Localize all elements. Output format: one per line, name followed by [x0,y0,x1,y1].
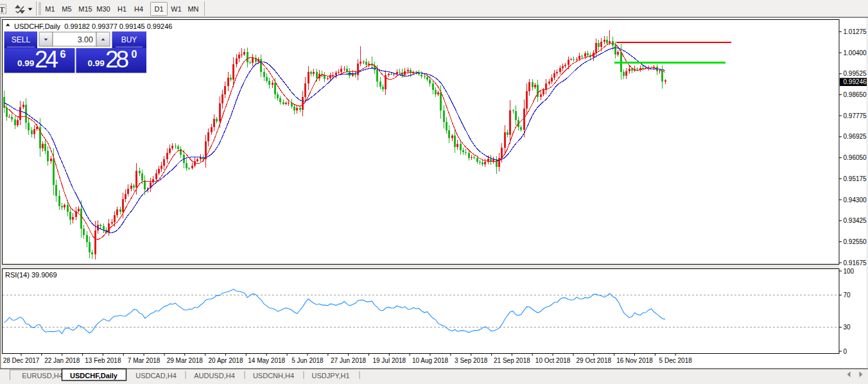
svg-text:T: T [0,4,5,14]
svg-text:0.96050: 0.96050 [844,154,867,161]
svg-text:3 Sep 2018: 3 Sep 2018 [455,357,488,364]
svg-text:3.00: 3.00 [78,35,93,44]
svg-text:0.93425: 0.93425 [844,217,867,224]
svg-text:EURUSD,H4: EURUSD,H4 [22,372,63,380]
svg-text:0.92550: 0.92550 [844,238,867,245]
svg-text:0.91675: 0.91675 [844,259,867,266]
svg-text:0.94300: 0.94300 [844,196,867,204]
svg-text:14 May 2018: 14 May 2018 [248,357,285,364]
svg-text:20 Apr 2018: 20 Apr 2018 [209,357,243,364]
svg-text:H1: H1 [117,5,126,13]
svg-text:10 Oct 2018: 10 Oct 2018 [535,357,571,364]
svg-text:0.99246: 0.99246 [844,78,867,85]
svg-text:5 Dec 2018: 5 Dec 2018 [659,357,693,364]
svg-text:W1: W1 [171,5,182,13]
svg-text:USDCAD,H4: USDCAD,H4 [135,372,177,380]
svg-text:0.99: 0.99 [88,58,105,68]
svg-text:0.98650: 0.98650 [844,91,867,98]
svg-text:0: 0 [844,348,847,355]
svg-text:USDJPY,H1: USDJPY,H1 [311,372,349,380]
svg-text:M5: M5 [62,5,71,13]
svg-text:21 Sep 2018: 21 Sep 2018 [494,357,530,364]
svg-text:1.00400: 1.00400 [844,49,867,57]
svg-text:H4: H4 [134,5,143,13]
svg-text:0: 0 [132,49,137,60]
svg-text:1.01275: 1.01275 [844,28,867,35]
svg-text:27 Jun 2018: 27 Jun 2018 [331,357,366,364]
svg-text:30: 30 [844,324,851,331]
svg-text:M30: M30 [96,5,110,13]
svg-text:M15: M15 [78,5,92,13]
svg-text:USDCNH,H4: USDCNH,H4 [253,372,294,380]
svg-text:BUY: BUY [121,35,137,44]
svg-text:28: 28 [105,46,129,73]
svg-text:5 Jun 2018: 5 Jun 2018 [291,357,324,364]
svg-text:16 Nov 2018: 16 Nov 2018 [616,357,653,364]
svg-text:100: 100 [844,268,855,275]
svg-text:22 Jan 2018: 22 Jan 2018 [44,357,80,364]
svg-text:0.96925: 0.96925 [844,133,867,140]
svg-text:13 Feb 2018: 13 Feb 2018 [85,357,121,364]
svg-text:29 Oct 2018: 29 Oct 2018 [577,357,612,364]
svg-text:19 Jul 2018: 19 Jul 2018 [372,357,406,364]
svg-text:D1: D1 [154,5,163,13]
svg-text:24: 24 [35,46,58,73]
svg-text:6: 6 [60,49,66,60]
svg-text:29 Mar 2018: 29 Mar 2018 [167,357,204,364]
svg-text:0.99525: 0.99525 [844,70,867,77]
svg-text:7 Mar 2018: 7 Mar 2018 [128,357,161,364]
svg-text:28 Dec 2017: 28 Dec 2017 [3,357,40,364]
svg-text:M1: M1 [45,5,55,13]
svg-text:10 Aug 2018: 10 Aug 2018 [412,357,449,364]
svg-text:AUDUSD,H4: AUDUSD,H4 [194,372,235,380]
svg-text:USDCHF,Daily: USDCHF,Daily [70,372,118,380]
svg-text:SELL: SELL [12,35,31,44]
svg-text:0.97775: 0.97775 [844,112,867,119]
svg-text:0.95175: 0.95175 [844,175,867,182]
svg-text:MN: MN [187,5,198,13]
svg-text:RSI(14) 39.9069: RSI(14) 39.9069 [5,271,57,279]
svg-text:0.99: 0.99 [17,58,34,68]
svg-text:USDCHF,Daily 0.99182 0.99377: USDCHF,Daily 0.99182 0.99377 0.99145 0.9… [14,22,172,30]
svg-text:70: 70 [844,292,851,299]
